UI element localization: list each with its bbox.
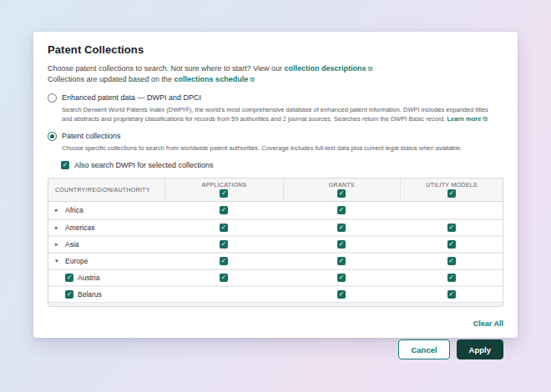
table-row: ▸Americas✓✓✓ [48,219,503,235]
external-link-icon: ⧉ [483,115,488,123]
intro-text: Choose patent collections to search. Not… [48,63,503,85]
expand-arrow-icon[interactable]: ▸ [55,224,60,231]
column-header-utility-models: UTILITY MODELS ✓ [400,178,503,201]
select-all-utility-models-checkbox[interactable]: ✓ [447,189,456,198]
select-all-grants-checkbox[interactable]: ✓ [337,189,346,198]
expand-arrow-icon[interactable]: ▸ [55,207,60,214]
clear-all-row: Clear All [48,314,503,329]
intro-line2-text: Collections are updated based on the [48,75,174,83]
checkbox-cell: ✓ [164,220,282,235]
collections-table-body: ▸Africa✓✓▸Americas✓✓✓▸Asia✓✓✓▾Europe✓✓✓✓… [48,202,503,302]
row-name-cell: ✓Austria [48,270,164,285]
row-name: Austria [78,274,99,282]
patent-collections-dialog: Patent Collections Choose patent collect… [33,32,518,338]
column-label: COUNTRY/REGION/AUTHORITY [55,187,150,193]
collections-schedule-link[interactable]: collections schedule [174,75,249,83]
applications-checkbox[interactable]: ✓ [220,257,228,265]
row-select-checkbox[interactable]: ✓ [65,274,73,282]
checkbox-cell: ✓ [400,287,503,302]
description-text: Search Derwent World Patents Index (DWPI… [62,106,488,123]
intro-line1-text: Choose patent collections to search. Not… [48,64,284,73]
grants-checkbox[interactable]: ✓ [337,240,346,249]
row-name-cell: ▸Americas [48,220,164,235]
checkbox-cell: ✓ [283,270,400,285]
option-patent-collections: Patent collections [48,132,503,141]
checkbox-cell: ✓ [164,202,282,219]
column-label: GRANTS [329,182,355,188]
expand-arrow-icon[interactable]: ▸ [55,241,60,248]
table-row: ✓Austria✓✓✓ [48,269,503,285]
enhanced-patent-data-radio[interactable] [48,93,57,103]
checkbox-cell: ✓ [400,220,503,235]
column-header-country: COUNTRY/REGION/AUTHORITY [48,178,164,201]
applications-checkbox[interactable]: ✓ [220,206,228,214]
option-enhanced-patent-data: Enhanced patent data — DWPI and DPCI [48,93,503,103]
column-label: UTILITY MODELS [426,182,478,188]
row-name: Asia [65,240,79,249]
grants-checkbox[interactable]: ✓ [337,224,346,232]
checkbox-cell: ✓ [283,220,400,235]
checkbox-cell: ✓ [164,237,282,252]
checkbox-cell: ✓ [283,254,400,269]
row-name-cell: ▾Europe [48,254,164,269]
checkbox-cell: ✓ [164,254,282,269]
grants-checkbox[interactable]: ✓ [337,206,346,214]
checkbox-cell: ✓ [283,287,400,302]
column-header-grants: GRANTS ✓ [283,178,400,201]
table-header: COUNTRY/REGION/AUTHORITY APPLICATIONS ✓ … [48,178,503,202]
collections-table: COUNTRY/REGION/AUTHORITY APPLICATIONS ✓ … [48,178,503,307]
also-search-dwpi-row: ✓ Also search DWPI for selected collecti… [61,161,503,169]
dialog-title: Patent Collections [48,43,503,56]
option-label[interactable]: Enhanced patent data — DWPI and DPCI [62,93,201,103]
row-name: Europe [65,257,88,265]
apply-button[interactable]: Apply [457,339,503,359]
checkbox-cell: ✓ [283,237,400,252]
checkbox-cell: ✓ [164,270,282,285]
grants-checkbox[interactable]: ✓ [337,290,346,299]
row-name-cell: ✓Belarus [48,287,164,302]
also-search-dwpi-checkbox[interactable]: ✓ [61,161,69,169]
cancel-button[interactable]: Cancel [398,339,449,359]
row-name: Africa [65,206,83,214]
column-header-applications: APPLICATIONS ✓ [164,178,282,201]
external-link-icon: ⧉ [368,65,373,73]
clear-all-link[interactable]: Clear All [473,319,503,328]
learn-more-link[interactable]: Learn more [447,115,481,123]
row-name-cell: ▸Asia [48,237,164,252]
select-all-applications-checkbox[interactable]: ✓ [220,189,228,198]
checkbox-cell [400,202,503,219]
checkbox-cell: ✓ [400,254,503,269]
collection-descriptions-link[interactable]: collection descriptions [284,64,366,73]
enhanced-patent-data-description: Search Derwent World Patents Index (DWPI… [62,105,500,123]
utility-models-checkbox[interactable]: ✓ [447,274,456,282]
table-row: ▸Asia✓✓✓ [48,235,503,252]
applications-checkbox[interactable]: ✓ [220,240,228,249]
table-row: ✓Belarus✓✓ [48,285,503,302]
table-bottom-strip [48,302,503,306]
patent-collections-description: Choose specific collections to search fr… [62,143,500,153]
row-name: Americas [65,224,94,232]
applications-checkbox[interactable]: ✓ [220,274,228,282]
utility-models-checkbox[interactable]: ✓ [447,257,456,265]
utility-models-checkbox[interactable]: ✓ [447,240,456,249]
row-name: Belarus [78,290,102,299]
checkbox-cell [164,287,282,302]
checkbox-cell: ✓ [400,270,503,285]
column-label: APPLICATIONS [201,182,246,188]
table-row: ▸Africa✓✓ [48,202,503,219]
checkbox-cell: ✓ [283,202,400,219]
collapse-arrow-icon[interactable]: ▾ [55,258,60,264]
utility-models-checkbox[interactable]: ✓ [447,290,456,299]
dialog-actions: Cancel Apply [48,339,503,359]
table-row: ▾Europe✓✓✓ [48,252,503,269]
row-name-cell: ▸Africa [48,202,164,219]
checkbox-cell: ✓ [400,237,503,252]
applications-checkbox[interactable]: ✓ [220,224,228,232]
utility-models-checkbox[interactable]: ✓ [447,224,456,232]
grants-checkbox[interactable]: ✓ [337,257,346,265]
row-select-checkbox[interactable]: ✓ [65,290,73,299]
option-label[interactable]: Patent collections [62,132,121,141]
external-link-icon: ⧉ [250,76,255,83]
patent-collections-radio[interactable] [48,132,57,141]
grants-checkbox[interactable]: ✓ [337,274,346,282]
